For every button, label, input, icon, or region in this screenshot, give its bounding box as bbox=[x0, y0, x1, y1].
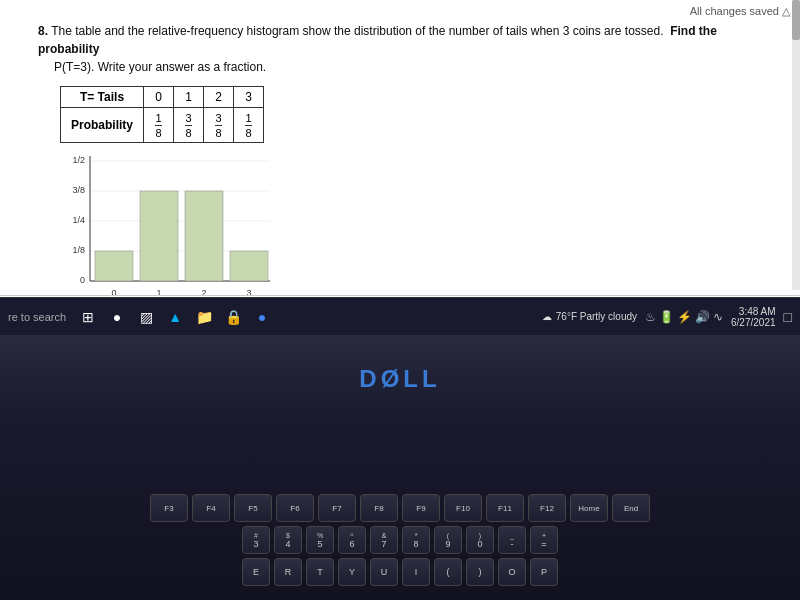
histogram-svg: 1/2 3/8 1/4 1/8 0 0 1 bbox=[60, 151, 280, 311]
table-prob-0: 1 8 bbox=[144, 108, 174, 143]
taskbar-icons: ⊞ ● ▨ ▲ 📁 🔒 ● bbox=[76, 305, 274, 329]
key-y[interactable]: Y bbox=[338, 558, 366, 586]
search-icon[interactable]: ● bbox=[105, 305, 129, 329]
keyboard-row-letters: E R T Y U I ( ) O P bbox=[242, 558, 558, 586]
table-prob-2: 3 8 bbox=[204, 108, 234, 143]
dell-logo-text: DØLL bbox=[359, 365, 440, 392]
table-prob-1: 3 8 bbox=[174, 108, 204, 143]
y-label-3-8: 3/8 bbox=[72, 185, 85, 195]
notification-icon[interactable]: □ bbox=[784, 309, 792, 325]
key-dollar-4[interactable]: $4 bbox=[274, 526, 302, 554]
y-label-1-4: 1/4 bbox=[72, 215, 85, 225]
speaker-icon[interactable]: 🔊 bbox=[695, 310, 710, 324]
key-f10[interactable]: F10 bbox=[444, 494, 482, 522]
table-prob-3: 1 8 bbox=[234, 108, 264, 143]
question-container: 8. The table and the relative-frequency … bbox=[38, 22, 780, 76]
bar-3 bbox=[230, 251, 268, 281]
file-explorer-icon[interactable]: 📁 bbox=[192, 305, 216, 329]
key-star-8[interactable]: *8 bbox=[402, 526, 430, 554]
key-p[interactable]: P bbox=[530, 558, 558, 586]
histogram-container: 1/2 3/8 1/4 1/8 0 0 1 bbox=[60, 151, 280, 311]
scrollbar[interactable] bbox=[792, 0, 800, 290]
key-f11[interactable]: F11 bbox=[486, 494, 524, 522]
chrome-icon[interactable]: ● bbox=[250, 305, 274, 329]
key-f12[interactable]: F12 bbox=[528, 494, 566, 522]
key-f9[interactable]: F9 bbox=[402, 494, 440, 522]
key-rparen[interactable]: ) bbox=[466, 558, 494, 586]
fraction-1: 3 8 bbox=[185, 112, 191, 139]
bluetooth-icon[interactable]: ⚡ bbox=[677, 310, 692, 324]
network-icon[interactable]: ♨ bbox=[645, 310, 656, 324]
key-f6[interactable]: F6 bbox=[276, 494, 314, 522]
table-col-2: 2 bbox=[204, 87, 234, 108]
time-text: 3:48 AM bbox=[731, 306, 776, 317]
shield-icon[interactable]: 🔒 bbox=[221, 305, 245, 329]
bar-1 bbox=[140, 191, 178, 281]
table-col-3: 3 bbox=[234, 87, 264, 108]
key-percent-5[interactable]: %5 bbox=[306, 526, 334, 554]
battery-icon[interactable]: 🔋 bbox=[659, 310, 674, 324]
key-rparen-0[interactable]: )0 bbox=[466, 526, 494, 554]
clock-display[interactable]: 3:48 AM 6/27/2021 bbox=[731, 306, 776, 328]
wifi-icon[interactable]: ∿ bbox=[713, 310, 723, 324]
question-number: 8. bbox=[38, 24, 48, 38]
dell-logo: DØLL bbox=[359, 365, 440, 393]
keyboard-row-num: #3 $4 %5 ^6 &7 *8 (9 )0 _- += bbox=[242, 526, 558, 554]
key-home[interactable]: Home bbox=[570, 494, 608, 522]
keyboard-area: F3 F4 F5 F6 F7 F8 F9 F10 F11 F12 Home En… bbox=[0, 420, 800, 600]
key-plus[interactable]: += bbox=[530, 526, 558, 554]
key-hash-3[interactable]: #3 bbox=[242, 526, 270, 554]
keyboard-row-fn: F3 F4 F5 F6 F7 F8 F9 F10 F11 F12 Home En… bbox=[150, 494, 650, 522]
search-text[interactable]: re to search bbox=[8, 311, 66, 323]
document-area: All changes saved △ 8. The table and the… bbox=[0, 0, 800, 340]
weather-icon: ☁ bbox=[542, 311, 552, 322]
scrollbar-thumb[interactable] bbox=[792, 0, 800, 40]
laptop-body: DØLL F3 F4 F5 F6 F7 F8 F9 F10 F11 F12 Ho… bbox=[0, 335, 800, 600]
key-r[interactable]: R bbox=[274, 558, 302, 586]
weather-text: 76°F Partly cloudy bbox=[556, 311, 637, 322]
key-f3[interactable]: F3 bbox=[150, 494, 188, 522]
fraction-3: 1 8 bbox=[245, 112, 251, 139]
key-caret-6[interactable]: ^6 bbox=[338, 526, 366, 554]
key-end[interactable]: End bbox=[612, 494, 650, 522]
y-label-half: 1/2 bbox=[72, 155, 85, 165]
key-u[interactable]: U bbox=[370, 558, 398, 586]
date-text: 6/27/2021 bbox=[731, 317, 776, 328]
key-lparen[interactable]: ( bbox=[434, 558, 462, 586]
key-f4[interactable]: F4 bbox=[192, 494, 230, 522]
probability-table: T= Tails 0 1 2 3 Probability 1 8 3 8 bbox=[60, 86, 264, 143]
taskbar: re to search ⊞ ● ▨ ▲ 📁 🔒 ● ☁ 76°F Partly… bbox=[0, 297, 800, 335]
table-header-tails: T= Tails bbox=[61, 87, 144, 108]
save-icon: △ bbox=[782, 5, 790, 17]
fraction-2: 3 8 bbox=[215, 112, 221, 139]
key-e[interactable]: E bbox=[242, 558, 270, 586]
key-f5[interactable]: F5 bbox=[234, 494, 272, 522]
key-lparen-9[interactable]: (9 bbox=[434, 526, 462, 554]
save-status: All changes saved △ bbox=[690, 5, 790, 18]
task-view-icon[interactable]: ▨ bbox=[134, 305, 158, 329]
windows-icon[interactable]: ⊞ bbox=[76, 305, 100, 329]
y-label-0: 0 bbox=[80, 275, 85, 285]
bar-2 bbox=[185, 191, 223, 281]
fraction-0: 1 8 bbox=[155, 112, 161, 139]
table-col-0: 0 bbox=[144, 87, 174, 108]
question-part2: P(T=3). Write your answer as a fraction. bbox=[54, 60, 266, 74]
question-body: The table and the relative-frequency his… bbox=[51, 24, 663, 38]
key-amp-7[interactable]: &7 bbox=[370, 526, 398, 554]
taskbar-right: ☁ 76°F Partly cloudy ♨ 🔋 ⚡ 🔊 ∿ 3:48 AM 6… bbox=[542, 306, 792, 328]
edge-icon[interactable]: ▲ bbox=[163, 305, 187, 329]
y-label-1-8: 1/8 bbox=[72, 245, 85, 255]
key-o[interactable]: O bbox=[498, 558, 526, 586]
weather-display: ☁ 76°F Partly cloudy bbox=[542, 311, 637, 322]
bar-0 bbox=[95, 251, 133, 281]
key-f8[interactable]: F8 bbox=[360, 494, 398, 522]
system-tray: ♨ 🔋 ⚡ 🔊 ∿ bbox=[645, 310, 723, 324]
key-f7[interactable]: F7 bbox=[318, 494, 356, 522]
key-i[interactable]: I bbox=[402, 558, 430, 586]
table-row-prob-label: Probability bbox=[61, 108, 144, 143]
key-minus[interactable]: _- bbox=[498, 526, 526, 554]
key-t[interactable]: T bbox=[306, 558, 334, 586]
save-status-text: All changes saved bbox=[690, 5, 779, 17]
table-col-1: 1 bbox=[174, 87, 204, 108]
